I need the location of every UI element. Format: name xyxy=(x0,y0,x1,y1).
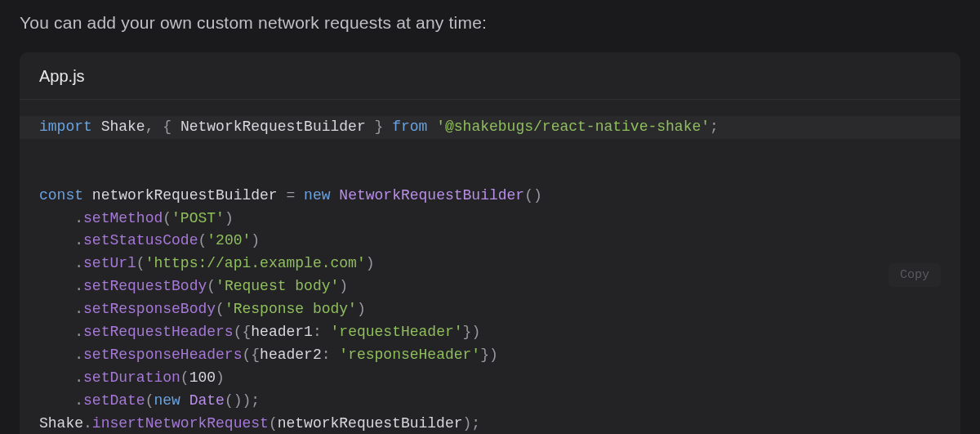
kw-new: new xyxy=(304,187,330,204)
obj-key: header2 xyxy=(260,347,322,363)
punct: . xyxy=(83,415,92,432)
indent xyxy=(39,301,74,317)
punct: ( xyxy=(145,392,154,409)
punct: : xyxy=(313,324,322,340)
str-arg: 'Response body' xyxy=(225,301,357,317)
kw-from: from xyxy=(392,119,427,135)
punct: { xyxy=(251,347,260,363)
fn-call: setStatusCode xyxy=(83,232,198,248)
punct: . xyxy=(74,278,83,294)
intro-text: You can add your own custom network requ… xyxy=(20,13,960,33)
punct: ) xyxy=(366,255,375,271)
punct: ) xyxy=(357,301,366,317)
code-body: Copy import Shake, { NetworkRequestBuild… xyxy=(20,100,960,434)
punct: . xyxy=(74,301,83,317)
code-header: App.js xyxy=(20,52,960,100)
fn-call: setRequestBody xyxy=(83,278,207,294)
indent xyxy=(39,347,74,363)
punct: ; xyxy=(710,119,719,135)
fn-call: setResponseHeaders xyxy=(83,347,242,363)
fn-call: setDuration xyxy=(83,369,180,386)
punct: } xyxy=(375,119,384,135)
num-arg: 100 xyxy=(189,369,216,386)
indent xyxy=(39,255,74,271)
punct: : xyxy=(322,347,331,363)
punct: ) xyxy=(463,415,472,432)
punct: ( xyxy=(198,232,207,248)
indent xyxy=(39,210,74,226)
punct: . xyxy=(74,255,83,271)
punct: ) xyxy=(471,324,480,340)
punct: ) xyxy=(339,278,348,294)
code-content: import Shake, { NetworkRequestBuilder } … xyxy=(39,116,941,434)
punct: . xyxy=(74,369,83,386)
ident-shake: Shake xyxy=(101,119,145,135)
indent xyxy=(39,324,74,340)
ident-shake: Shake xyxy=(39,415,83,432)
punct: ) xyxy=(251,232,260,248)
kw-new: new xyxy=(154,392,180,409)
kw-const: const xyxy=(39,187,83,204)
punct: () xyxy=(524,187,542,204)
ident-builder: NetworkRequestBuilder xyxy=(180,119,366,135)
ident-arg: networkRequestBuilder xyxy=(278,415,463,432)
type-ctor: NetworkRequestBuilder xyxy=(339,187,524,204)
indent xyxy=(39,278,74,294)
ident-var: networkRequestBuilder xyxy=(92,187,278,204)
str-val: 'requestHeader' xyxy=(331,324,463,340)
punct: . xyxy=(74,324,83,340)
fn-call: setResponseBody xyxy=(83,301,216,317)
punct: ( xyxy=(180,369,189,386)
kw-import: import xyxy=(39,119,92,135)
str-arg: 'POST' xyxy=(172,210,225,226)
copy-button[interactable]: Copy xyxy=(889,263,941,287)
punct: { xyxy=(163,119,172,135)
indent xyxy=(39,369,74,386)
punct: ( xyxy=(136,255,145,271)
punct: . xyxy=(74,392,83,409)
punct: , xyxy=(145,119,154,135)
punct: } xyxy=(463,324,472,340)
punct: ) xyxy=(225,210,234,226)
str-arg: 'https://api.example.com' xyxy=(145,255,366,271)
str-val: 'responseHeader' xyxy=(339,347,480,363)
fn-call: setMethod xyxy=(83,210,163,226)
str-pkg: '@shakebugs/react-native-shake' xyxy=(436,119,710,135)
fn-call: setDate xyxy=(83,392,145,409)
space xyxy=(331,347,340,363)
punct: () xyxy=(225,392,243,409)
punct: ; xyxy=(251,392,260,409)
punct: . xyxy=(74,210,83,226)
code-block: App.js Copy import Shake, { NetworkReque… xyxy=(20,52,960,434)
type-date: Date xyxy=(189,392,225,409)
space xyxy=(322,324,331,340)
fn-call: setRequestHeaders xyxy=(83,324,234,340)
punct: ; xyxy=(471,415,480,432)
punct: ) xyxy=(243,392,252,409)
punct: ( xyxy=(216,301,225,317)
str-arg: '200' xyxy=(207,232,251,248)
fn-call: insertNetworkRequest xyxy=(92,415,269,432)
punct: ( xyxy=(242,347,251,363)
punct: ( xyxy=(163,210,172,226)
str-arg: 'Request body' xyxy=(216,278,339,294)
op-eq: = xyxy=(286,187,295,204)
punct: { xyxy=(242,324,251,340)
punct: ) xyxy=(489,347,498,363)
punct: ( xyxy=(234,324,243,340)
obj-key: header1 xyxy=(251,324,313,340)
indent xyxy=(39,392,74,409)
fn-call: setUrl xyxy=(83,255,136,271)
punct: ) xyxy=(216,369,225,386)
punct: ( xyxy=(207,278,216,294)
punct: ( xyxy=(269,415,278,432)
filename-label: App.js xyxy=(39,67,941,86)
punct: . xyxy=(74,347,83,363)
indent xyxy=(39,232,74,248)
punct: . xyxy=(74,232,83,248)
punct: } xyxy=(480,347,489,363)
